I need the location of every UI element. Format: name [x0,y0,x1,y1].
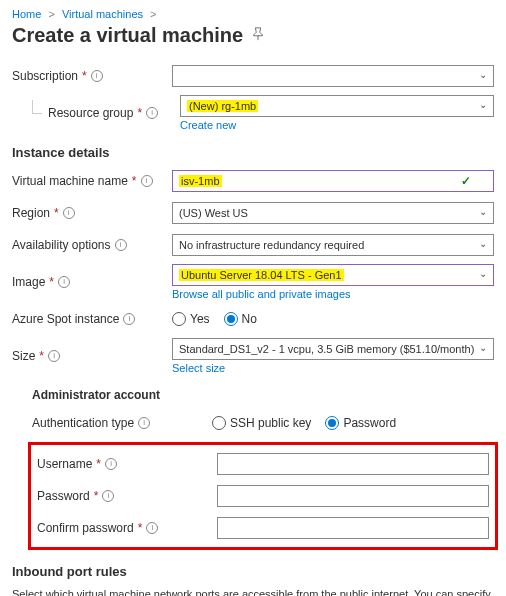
auth-password-radio[interactable]: Password [325,416,396,430]
breadcrumb-vms[interactable]: Virtual machines [62,8,143,20]
breadcrumb-home[interactable]: Home [12,8,41,20]
info-icon[interactable]: i [63,207,75,219]
vm-name-input[interactable]: isv-1mb ✓ [172,170,494,192]
inbound-description: Select which virtual machine network por… [12,587,494,596]
row-vm-name: Virtual machine name* i isv-1mb ✓ [12,168,494,194]
chevron-down-icon: ⌄ [479,342,487,353]
row-password: Password* i [37,483,489,509]
password-input[interactable] [217,485,489,507]
size-select[interactable]: Standard_DS1_v2 - 1 vcpu, 3.5 GiB memory… [172,338,494,360]
browse-images-link[interactable]: Browse all public and private images [172,288,494,300]
info-icon[interactable]: i [141,175,153,187]
info-icon[interactable]: i [146,522,158,534]
breadcrumb: Home > Virtual machines > [12,8,494,20]
check-icon: ✓ [461,174,471,188]
info-icon[interactable]: i [102,490,114,502]
row-spot: Azure Spot instance i Yes No [12,306,494,332]
info-icon[interactable]: i [115,239,127,251]
label-size: Size* i [12,349,172,363]
info-icon[interactable]: i [58,276,70,288]
label-password: Password* i [37,489,217,503]
label-username: Username* i [37,457,217,471]
row-auth-type: Authentication type i SSH public key Pas… [32,410,494,436]
spot-yes-radio[interactable]: Yes [172,312,210,326]
page-title: Create a virtual machine [12,24,243,47]
row-size: Size* i Standard_DS1_v2 - 1 vcpu, 3.5 Gi… [12,338,494,374]
row-confirm-password: Confirm password* i [37,515,489,541]
pin-icon[interactable] [251,27,265,44]
label-vm-name: Virtual machine name* i [12,174,172,188]
info-icon[interactable]: i [138,417,150,429]
label-subscription: Subscription* i [12,69,172,83]
confirm-password-input[interactable] [217,517,489,539]
info-icon[interactable]: i [91,70,103,82]
spot-no-radio[interactable]: No [224,312,257,326]
availability-select[interactable]: No infrastructure redundancy required ⌄ [172,234,494,256]
info-icon[interactable]: i [48,350,60,362]
chevron-down-icon: ⌄ [479,69,487,80]
label-spot: Azure Spot instance i [12,312,172,326]
auth-radio-group: SSH public key Password [212,416,396,430]
row-username: Username* i [37,451,489,477]
image-select[interactable]: Ubuntu Server 18.04 LTS - Gen1 ⌄ [172,264,494,286]
section-inbound-rules: Inbound port rules [12,564,494,579]
label-resource-group: Resource group* i [48,106,180,120]
subscription-select[interactable]: ⌄ [172,65,494,87]
section-instance-details: Instance details [12,145,494,160]
username-input[interactable] [217,453,489,475]
create-new-link[interactable]: Create new [180,119,494,131]
credentials-highlight-box: Username* i Password* i Confirm password… [28,442,498,550]
breadcrumb-sep: > [48,8,54,20]
chevron-down-icon: ⌄ [479,206,487,217]
resource-group-select[interactable]: (New) rg-1mb ⌄ [180,95,494,117]
spot-radio-group: Yes No [172,312,257,326]
info-icon[interactable]: i [146,107,158,119]
label-auth-type: Authentication type i [32,416,212,430]
info-icon[interactable]: i [123,313,135,325]
breadcrumb-sep-2: > [150,8,156,20]
row-region: Region* i (US) West US ⌄ [12,200,494,226]
auth-ssh-radio[interactable]: SSH public key [212,416,311,430]
row-image: Image* i Ubuntu Server 18.04 LTS - Gen1 … [12,264,494,300]
region-select[interactable]: (US) West US ⌄ [172,202,494,224]
tree-connector-icon [32,100,42,114]
page-title-row: Create a virtual machine [12,24,494,47]
chevron-down-icon: ⌄ [479,99,487,110]
info-icon[interactable]: i [105,458,117,470]
row-resource-group: Resource group* i (New) rg-1mb ⌄ Create … [12,95,494,131]
chevron-down-icon: ⌄ [479,238,487,249]
label-region: Region* i [12,206,172,220]
row-subscription: Subscription* i ⌄ [12,63,494,89]
label-image: Image* i [12,275,172,289]
section-admin-account: Administrator account [32,388,494,402]
label-confirm-password: Confirm password* i [37,521,217,535]
chevron-down-icon: ⌄ [479,268,487,279]
label-availability: Availability options i [12,238,172,252]
row-availability: Availability options i No infrastructure… [12,232,494,258]
select-size-link[interactable]: Select size [172,362,494,374]
